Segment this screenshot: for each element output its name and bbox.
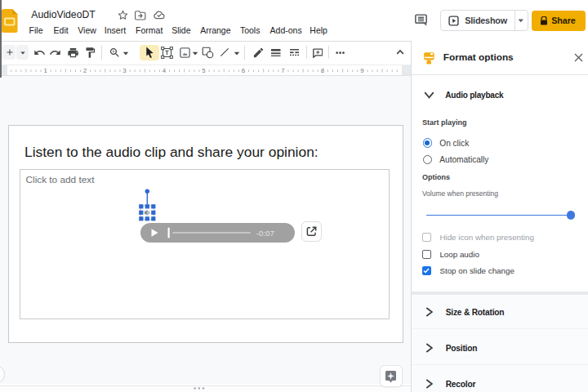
svg-text:1: 1 bbox=[43, 67, 47, 74]
svg-text:9: 9 bbox=[360, 67, 363, 74]
svg-text:2: 2 bbox=[83, 67, 87, 74]
svg-text:5: 5 bbox=[202, 67, 206, 74]
svg-text:-0:07: -0:07 bbox=[256, 228, 274, 237]
svg-text:7: 7 bbox=[281, 67, 284, 74]
svg-text:4: 4 bbox=[163, 67, 167, 74]
svg-text:6: 6 bbox=[242, 67, 245, 74]
svg-text:8: 8 bbox=[321, 67, 324, 74]
svg-text:3: 3 bbox=[122, 67, 126, 74]
